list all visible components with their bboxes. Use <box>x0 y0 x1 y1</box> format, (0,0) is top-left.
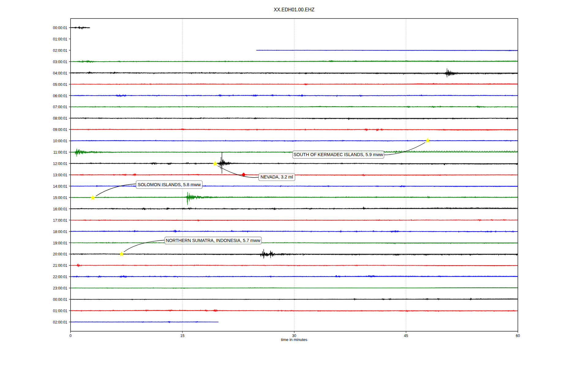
svg-text:13:00:01: 13:00:01 <box>53 173 67 177</box>
svg-text:03:00:01: 03:00:01 <box>53 60 67 64</box>
svg-text:15: 15 <box>180 334 185 338</box>
svg-text:04:00:01: 04:00:01 <box>53 71 67 75</box>
svg-text:NORTHERN SUMATRA, INDONESIA, 5: NORTHERN SUMATRA, INDONESIA, 5.7 mww <box>166 238 260 243</box>
svg-text:01:00:01: 01:00:01 <box>53 37 67 41</box>
svg-text:XX.EDH01.00.EHZ: XX.EDH01.00.EHZ <box>274 7 315 12</box>
svg-text:00:00:01: 00:00:01 <box>53 297 67 302</box>
svg-text:05:00:01: 05:00:01 <box>53 82 67 87</box>
svg-text:08:00:01: 08:00:01 <box>53 116 67 121</box>
svg-text:SOLOMON ISLANDS, 5.8 mww: SOLOMON ISLANDS, 5.8 mww <box>138 182 201 187</box>
svg-text:60: 60 <box>516 334 520 338</box>
svg-text:16:00:01: 16:00:01 <box>53 207 67 211</box>
svg-text:22:00:01: 22:00:01 <box>53 275 67 279</box>
svg-text:15:00:01: 15:00:01 <box>53 196 67 200</box>
svg-text:02:00:01: 02:00:01 <box>53 48 67 53</box>
svg-text:SOUTH OF KERMADEC ISLANDS, 5.9: SOUTH OF KERMADEC ISLANDS, 5.9 mww <box>293 152 383 157</box>
svg-text:07:00:01: 07:00:01 <box>53 105 67 109</box>
svg-text:21:00:01: 21:00:01 <box>53 263 67 268</box>
svg-text:12:00:01: 12:00:01 <box>53 162 67 166</box>
svg-text:06:00:01: 06:00:01 <box>53 94 67 98</box>
svg-text:11:00:01: 11:00:01 <box>53 150 67 155</box>
svg-text:10:00:01: 10:00:01 <box>53 139 67 143</box>
svg-text:45: 45 <box>404 334 408 338</box>
svg-text:0: 0 <box>70 334 72 338</box>
svg-text:14:00:01: 14:00:01 <box>53 184 67 189</box>
svg-text:01:00:01: 01:00:01 <box>53 309 67 313</box>
svg-text:18:00:01: 18:00:01 <box>53 230 67 234</box>
svg-text:17:00:01: 17:00:01 <box>53 218 67 223</box>
svg-text:20:00:01: 20:00:01 <box>53 252 67 256</box>
svg-text:19:00:01: 19:00:01 <box>53 241 67 245</box>
svg-text:time in minutes: time in minutes <box>281 337 307 342</box>
svg-text:00:00:01: 00:00:01 <box>53 26 67 30</box>
svg-text:02:00:01: 02:00:01 <box>53 320 67 324</box>
svg-text:NEVADA, 3.2 ml: NEVADA, 3.2 ml <box>261 174 293 179</box>
svg-text:23:00:01: 23:00:01 <box>53 286 67 290</box>
svg-text:09:00:01: 09:00:01 <box>53 128 67 132</box>
